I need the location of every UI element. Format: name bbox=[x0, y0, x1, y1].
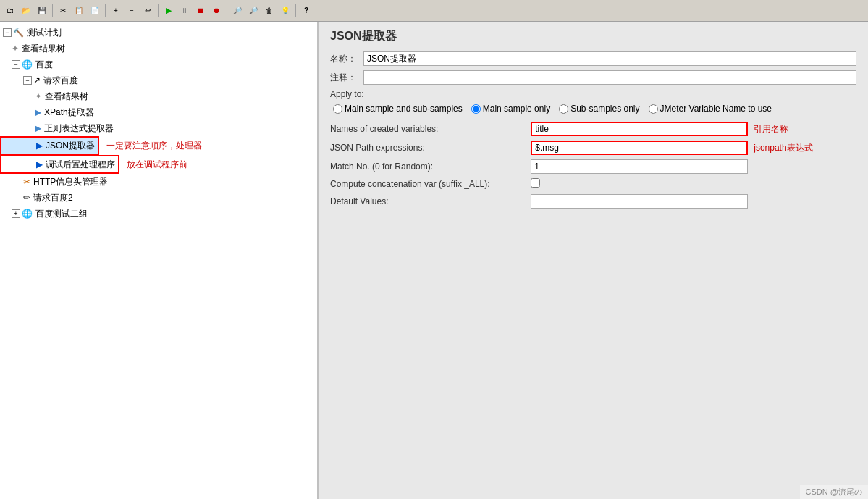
annotation-order-2: 放在调试程序前 bbox=[127, 159, 187, 171]
toolbar-btn-cut[interactable]: ✂ bbox=[56, 4, 70, 18]
toolbar-btn-search1[interactable]: 🔎 bbox=[230, 4, 245, 18]
test-plan-label: 测试计划 bbox=[27, 26, 62, 39]
toolbar-btn-run[interactable]: ▶ bbox=[161, 4, 176, 18]
xpath-label: XPath提取器 bbox=[44, 106, 94, 119]
comment-label: 注释： bbox=[330, 72, 359, 84]
tree-item-view-results-1[interactable]: ✦ 查看结果树 bbox=[0, 41, 317, 56]
expand-baidu[interactable]: − bbox=[12, 60, 20, 69]
field-row-names: Names of created variables: 引用名称 bbox=[330, 119, 856, 138]
fields-table: Names of created variables: 引用名称 JSON Pa… bbox=[330, 119, 856, 211]
baidu-group2-label: 百度测试二组 bbox=[35, 207, 88, 220]
field-concat-value bbox=[531, 176, 856, 192]
field-names-label: Names of created variables: bbox=[330, 119, 531, 138]
toolbar-btn-search2[interactable]: 🔎 bbox=[246, 4, 261, 18]
view-results-2-label: 查看结果树 bbox=[45, 90, 88, 103]
jsonpath-input[interactable] bbox=[531, 141, 748, 155]
json-extractor-icon: ▶ bbox=[36, 139, 43, 152]
jsonpath-annotation: jsonpath表达式 bbox=[754, 142, 812, 154]
baidu-icon: 🌐 bbox=[22, 58, 33, 71]
http-header-icon: ✂ bbox=[23, 175, 30, 188]
toolbar-sep-3 bbox=[158, 4, 159, 17]
toolbar-sep-1 bbox=[52, 4, 53, 17]
field-matchno-label: Match No. (0 for Random): bbox=[330, 157, 531, 176]
expand-baidu-group2[interactable]: + bbox=[12, 209, 20, 218]
names-annotation: 引用名称 bbox=[754, 123, 788, 135]
tree-item-baidu[interactable]: − 🌐 百度 bbox=[0, 56, 317, 72]
default-input[interactable] bbox=[531, 194, 748, 209]
regex-icon: ▶ bbox=[35, 122, 41, 135]
tree-item-baidu-group2[interactable]: + 🌐 百度测试二组 bbox=[0, 206, 317, 222]
tree-item-json-extractor[interactable]: ▶ JSON提取器 bbox=[0, 136, 99, 155]
radio-main-only[interactable]: Main sample only bbox=[471, 104, 550, 114]
radio-main-sub-label: Main sample and sub-samples bbox=[345, 104, 463, 114]
field-default-value bbox=[531, 192, 856, 211]
toolbar-sep-4 bbox=[227, 4, 227, 17]
field-jsonpath-value: jsonpath表达式 bbox=[531, 138, 856, 157]
field-row-default: Default Values: bbox=[330, 192, 856, 211]
tree-item-request-baidu2[interactable]: ✏ 请求百度2 bbox=[0, 190, 317, 206]
field-row-jsonpath: JSON Path expressions: jsonpath表达式 bbox=[330, 138, 856, 157]
toolbar-btn-remove[interactable]: − bbox=[125, 4, 139, 18]
toolbar-btn-log[interactable]: 💡 bbox=[278, 4, 292, 18]
field-default-label: Default Values: bbox=[330, 192, 531, 211]
radio-main-only-label: Main sample only bbox=[483, 104, 550, 114]
toolbar-btn-open[interactable]: 📂 bbox=[19, 4, 33, 18]
radio-main-sub[interactable]: Main sample and sub-samples bbox=[333, 104, 463, 114]
test-plan-icon: 🔨 bbox=[13, 26, 24, 39]
left-panel: − 🔨 测试计划 ✦ 查看结果树 − 🌐 百度 − ↗ 请求百度 ✦ 查看结果树 bbox=[0, 22, 319, 499]
field-names-value: 引用名称 bbox=[531, 119, 856, 138]
name-input[interactable] bbox=[363, 51, 856, 66]
radio-group: Main sample and sub-samples Main sample … bbox=[330, 104, 856, 114]
request-baidu2-icon: ✏ bbox=[23, 191, 30, 204]
regex-label: 正则表达式提取器 bbox=[44, 122, 114, 135]
names-input[interactable] bbox=[531, 122, 748, 136]
view-results-1-label: 查看结果树 bbox=[22, 42, 65, 55]
toolbar-btn-clear[interactable]: 🗑 bbox=[262, 4, 277, 18]
radio-sub-only-label: Sub-samples only bbox=[570, 104, 639, 114]
field-concat-label: Compute concatenation var (suffix _ALL): bbox=[330, 176, 531, 192]
right-panel: JSON提取器 名称： 注释： Apply to: Main sample an… bbox=[319, 22, 868, 499]
toolbar-btn-stop[interactable]: ⏹ bbox=[193, 4, 208, 18]
toolbar-btn-copy[interactable]: 📋 bbox=[72, 4, 86, 18]
tree-item-view-results-2[interactable]: ✦ 查看结果树 bbox=[0, 88, 317, 104]
radio-jmeter-var[interactable]: JMeter Variable Name to use bbox=[649, 104, 772, 114]
request-baidu-label: 请求百度 bbox=[43, 74, 78, 87]
matchno-input[interactable] bbox=[531, 159, 748, 174]
tree-item-request-baidu[interactable]: − ↗ 请求百度 bbox=[0, 72, 317, 88]
xpath-icon: ▶ bbox=[35, 106, 41, 119]
toolbar-btn-add[interactable]: + bbox=[109, 4, 123, 18]
debug-processor-row: ▶ 调试后置处理程序 放在调试程序前 bbox=[0, 155, 317, 174]
toolbar-btn-help[interactable]: ? bbox=[299, 4, 313, 18]
field-jsonpath-label: JSON Path expressions: bbox=[330, 138, 531, 157]
baidu-group2-icon: 🌐 bbox=[22, 207, 33, 220]
view-results-2-icon: ✦ bbox=[35, 90, 42, 103]
expand-request-baidu[interactable]: − bbox=[23, 76, 32, 85]
tree-item-debug[interactable]: ▶ 调试后置处理程序 bbox=[0, 155, 119, 174]
field-row-concat: Compute concatenation var (suffix _ALL): bbox=[330, 176, 856, 192]
tree-item-http-header[interactable]: ✂ HTTP信息头管理器 bbox=[0, 174, 317, 190]
radio-sub-only[interactable]: Sub-samples only bbox=[559, 104, 639, 114]
concat-checkbox[interactable] bbox=[531, 178, 540, 188]
name-label: 名称： bbox=[330, 53, 359, 65]
comment-input[interactable] bbox=[363, 70, 856, 85]
baidu-label: 百度 bbox=[35, 58, 53, 71]
toolbar-btn-save[interactable]: 💾 bbox=[35, 4, 49, 18]
expand-test-plan[interactable]: − bbox=[3, 28, 12, 37]
request-baidu-icon: ↗ bbox=[33, 74, 41, 87]
view-results-1-icon: ✦ bbox=[12, 42, 19, 55]
tree-item-test-plan[interactable]: − 🔨 测试计划 bbox=[0, 25, 317, 41]
field-jsonpath-container: jsonpath表达式 bbox=[531, 141, 856, 155]
toolbar-btn-paste[interactable]: 📄 bbox=[88, 4, 102, 18]
toolbar: 🗂 📂 💾 ✂ 📋 📄 + − ↩ ▶ ⏸ ⏹ ⏺ 🔎 🔎 🗑 💡 ? bbox=[0, 0, 868, 22]
field-names-container: 引用名称 bbox=[531, 122, 856, 136]
toolbar-btn-undo[interactable]: ↩ bbox=[140, 4, 155, 18]
http-header-label: HTTP信息头管理器 bbox=[33, 175, 108, 188]
toolbar-btn-pause[interactable]: ⏸ bbox=[177, 4, 192, 18]
comment-row: 注释： bbox=[330, 70, 856, 85]
tree-item-xpath[interactable]: ▶ XPath提取器 bbox=[0, 104, 317, 120]
toolbar-btn-new[interactable]: 🗂 bbox=[3, 4, 17, 18]
toolbar-btn-record[interactable]: ⏺ bbox=[209, 4, 224, 18]
json-extractor-row: ▶ JSON提取器 一定要注意顺序，处理器 bbox=[0, 136, 317, 155]
request-baidu2-label: 请求百度2 bbox=[33, 191, 73, 204]
tree-item-regex[interactable]: ▶ 正则表达式提取器 bbox=[0, 120, 317, 136]
